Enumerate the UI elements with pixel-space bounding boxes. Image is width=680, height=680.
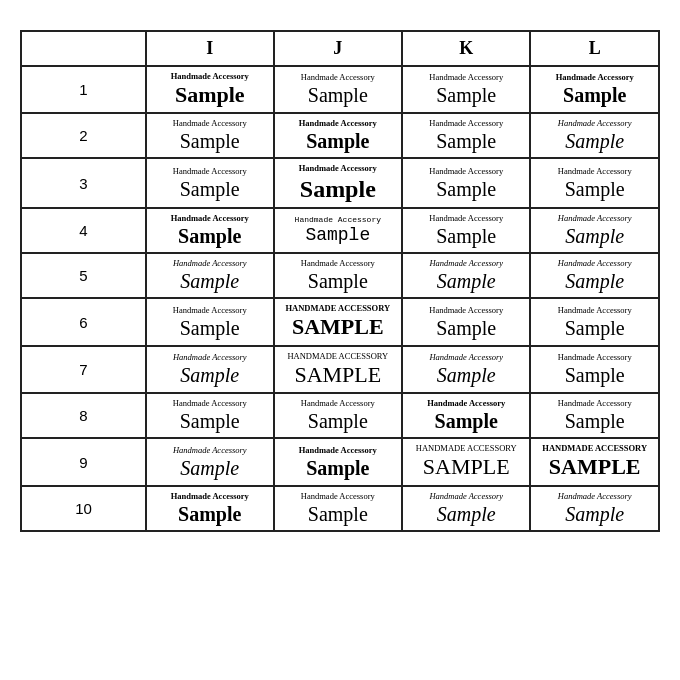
font-sample-cell: Handmade AccessorySample — [274, 208, 403, 253]
cell-label-top: Handmade Accessory — [150, 258, 270, 269]
cell-label-top: Handmade Accessory — [150, 166, 270, 177]
cell-label-top: Handmade Accessory — [150, 305, 270, 316]
cell-label-top: Handmade Accessory — [406, 305, 526, 316]
cell-label-bottom: Sample — [406, 409, 526, 433]
font-sample-cell: Handmade AccessorySample — [530, 393, 659, 438]
font-sample-cell: Handmade AccessorySample — [146, 66, 274, 113]
font-sample-cell: HANDMADE ACCESSORYSAMPLE — [274, 298, 403, 345]
cell-label-bottom: Sample — [150, 129, 270, 153]
font-sample-cell: Handmade AccessorySample — [402, 66, 530, 113]
table-row: 3Handmade AccessorySampleHandmade Access… — [21, 158, 659, 208]
font-sample-cell: Handmade AccessorySample — [146, 438, 274, 485]
font-sample-cell: Handmade AccessorySample — [402, 158, 530, 208]
table-row: 7Handmade AccessorySampleHANDMADE ACCESS… — [21, 346, 659, 393]
cell-label-bottom: Sample — [534, 409, 655, 433]
table-row: 8Handmade AccessorySampleHandmade Access… — [21, 393, 659, 438]
cell-label-bottom: SAMPLE — [406, 454, 526, 480]
cell-label-top: Handmade Accessory — [534, 352, 655, 363]
cell-label-top: Handmade Accessory — [278, 398, 399, 409]
cell-label-bottom: Sample — [278, 225, 399, 247]
cell-label-top: Handmade Accessory — [406, 398, 526, 409]
cell-label-bottom: Sample — [534, 177, 655, 201]
row-number: 4 — [21, 208, 146, 253]
cell-label-top: Handmade Accessory — [278, 445, 399, 456]
cell-label-top: Handmade Accessory — [278, 163, 399, 174]
cell-label-bottom: Sample — [534, 363, 655, 387]
font-sample-cell: Handmade AccessorySample — [530, 208, 659, 253]
cell-label-top: Handmade Accessory — [534, 305, 655, 316]
cell-label-top: Handmade Accessory — [150, 71, 270, 82]
font-sample-cell: Handmade AccessorySample — [274, 438, 403, 485]
cell-label-top: Handmade Accessory — [534, 72, 655, 83]
cell-label-bottom: Sample — [150, 224, 270, 248]
cell-label-top: Handmade Accessory — [534, 398, 655, 409]
cell-label-top: Handmade Accessory — [406, 213, 526, 224]
cell-label-bottom: Sample — [278, 83, 399, 107]
cell-label-bottom: Sample — [278, 269, 399, 293]
cell-label-bottom: SAMPLE — [278, 314, 399, 340]
cell-label-bottom: Sample — [534, 502, 655, 526]
cell-label-top: Handmade Accessory — [278, 118, 399, 129]
cell-label-top: Handmade Accessory — [534, 443, 655, 454]
cell-label-top: Handmade Accessory — [534, 213, 655, 224]
font-sample-cell: Handmade AccessorySample — [146, 298, 274, 345]
cell-label-top: Handmade Accessory — [534, 258, 655, 269]
cell-label-bottom: Sample — [150, 177, 270, 201]
font-sample-cell: Handmade AccessorySample — [402, 298, 530, 345]
cell-label-bottom: Sample — [406, 83, 526, 107]
table-row: 1Handmade AccessorySampleHandmade Access… — [21, 66, 659, 113]
cell-label-top: Handmade Accessory — [278, 72, 399, 83]
font-sample-cell: Handmade AccessorySample — [274, 158, 403, 208]
cell-label-top: Handmade Accessory — [406, 72, 526, 83]
font-sample-cell: Handmade AccessorySample — [274, 113, 403, 158]
row-number: 8 — [21, 393, 146, 438]
table-row: 4Handmade AccessorySampleHandmade Access… — [21, 208, 659, 253]
cell-label-top: Handmade Accessory — [278, 215, 399, 225]
font-sample-cell: HANDMADE ACCESSORYSAMPLE — [402, 438, 530, 485]
cell-label-top: HANDMADE ACCESSORY — [278, 351, 399, 362]
cell-label-top: Handmade Accessory — [534, 118, 655, 129]
cell-label-bottom: Sample — [278, 502, 399, 526]
font-sample-cell: Handmade AccessorySample — [146, 346, 274, 393]
cell-label-bottom: Sample — [406, 502, 526, 526]
header-col-I: I — [146, 31, 274, 66]
row-number: 9 — [21, 438, 146, 485]
cell-label-bottom: Sample — [534, 129, 655, 153]
cell-label-bottom: Sample — [150, 456, 270, 480]
font-sample-cell: Handmade AccessorySample — [402, 113, 530, 158]
cell-label-bottom: Sample — [150, 363, 270, 387]
cell-label-top: Handmade Accessory — [150, 352, 270, 363]
cell-label-top: Handmade Accessory — [406, 491, 526, 502]
font-sample-table: I J K L 1Handmade AccessorySampleHandmad… — [20, 30, 660, 532]
cell-label-bottom: Sample — [150, 269, 270, 293]
font-sample-cell: Handmade AccessorySample — [274, 486, 403, 531]
row-number: 10 — [21, 486, 146, 531]
cell-label-bottom: Sample — [534, 224, 655, 248]
table-row: 6Handmade AccessorySampleHANDMADE ACCESS… — [21, 298, 659, 345]
row-number: 6 — [21, 298, 146, 345]
font-sample-cell: Handmade AccessorySample — [530, 66, 659, 113]
table-row: 2Handmade AccessorySampleHandmade Access… — [21, 113, 659, 158]
cell-label-bottom: Sample — [406, 129, 526, 153]
font-sample-cell: Handmade AccessorySample — [146, 486, 274, 531]
header-col-K: K — [402, 31, 530, 66]
table-row: 9Handmade AccessorySampleHandmade Access… — [21, 438, 659, 485]
font-sample-cell: Handmade AccessorySample — [530, 486, 659, 531]
font-sample-cell: Handmade AccessorySample — [146, 158, 274, 208]
font-sample-cell: Handmade AccessorySample — [530, 438, 659, 485]
table-row: 10Handmade AccessorySampleHandmade Acces… — [21, 486, 659, 531]
cell-label-top: Handmade Accessory — [406, 118, 526, 129]
font-sample-cell: Handmade AccessorySample — [402, 253, 530, 298]
cell-label-top: Handmade Accessory — [534, 166, 655, 177]
font-sample-cell: Handmade AccessorySample — [530, 158, 659, 208]
font-sample-cell: Handmade AccessorySample — [274, 393, 403, 438]
cell-label-bottom: Sample — [534, 454, 655, 480]
cell-label-bottom: Sample — [150, 82, 270, 108]
cell-label-top: Handmade Accessory — [150, 445, 270, 456]
row-number: 1 — [21, 66, 146, 113]
cell-label-bottom: Sample — [150, 409, 270, 433]
header-col-J: J — [274, 31, 403, 66]
cell-label-bottom: Sample — [534, 269, 655, 293]
cell-label-bottom: Sample — [278, 409, 399, 433]
cell-label-bottom: Sample — [406, 224, 526, 248]
